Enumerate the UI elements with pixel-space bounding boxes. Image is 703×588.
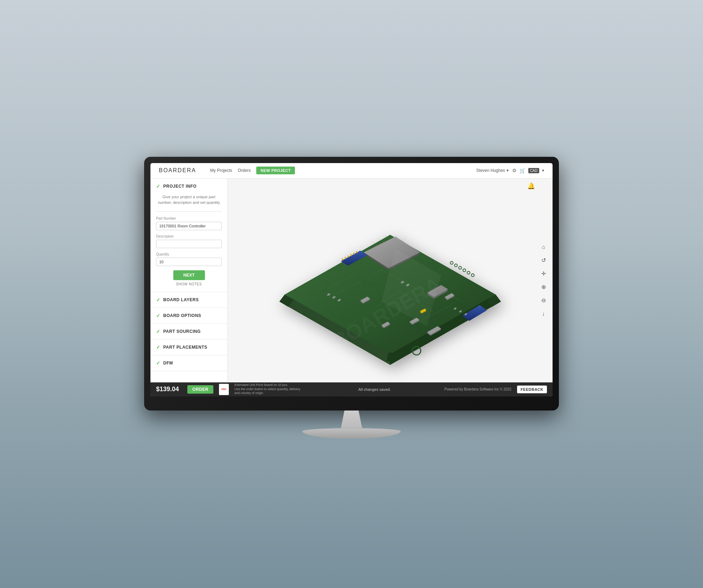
monitor-stand-neck: [334, 411, 369, 428]
brand-part2: ERA: [182, 167, 196, 173]
estimated-info: Estimated Unit Price based on 10 pcs. Us…: [234, 383, 305, 395]
nav-links: My Projects Orders NEW PROJECT: [210, 167, 468, 174]
bottom-bar: $139.04 ORDER PDF Estimated Unit Price b…: [150, 382, 553, 396]
check-icon-board-options: ✓: [156, 313, 161, 318]
currency-badge[interactable]: CAD: [528, 168, 539, 173]
svg-point-51: [467, 271, 470, 274]
show-notes-link[interactable]: SHOW NOTES: [156, 282, 222, 286]
svg-point-48: [454, 264, 457, 267]
sidebar-section-part-placements: ✓ PART PLACEMENTS: [150, 340, 227, 355]
sidebar-section-board-layers: ✓ BOARD LAYERS: [150, 292, 227, 308]
sidebar-section-dfm: ✓ DFM: [150, 355, 227, 371]
svg-point-49: [459, 266, 462, 269]
bell-icon[interactable]: 🔔: [527, 182, 535, 189]
part-number-label: Part Number: [156, 217, 222, 220]
nav-new-project-button[interactable]: NEW PROJECT: [256, 167, 295, 174]
feedback-button[interactable]: FEEDBACK: [517, 386, 547, 393]
toolbar-refresh-button[interactable]: ↺: [538, 256, 548, 265]
svg-point-52: [471, 274, 474, 277]
price-label: $139.04: [156, 386, 179, 393]
sidebar-header-project-info[interactable]: ✓ PROJECT INFO: [150, 179, 227, 194]
quantity-input[interactable]: [156, 258, 222, 266]
brand-part1: BOARD: [159, 167, 182, 173]
monitor-wrapper: BOARDERA My Projects Orders NEW PROJECT …: [144, 157, 559, 439]
viewer-toolbar: ⌂ ↺ ✛ ⊕ ⊖ ↓: [538, 242, 548, 319]
pdf-download-area[interactable]: PDF: [219, 384, 229, 395]
sidebar-header-dfm[interactable]: ✓ DFM: [150, 355, 227, 371]
section-label-part-sourcing: PART SOURCING: [163, 329, 201, 334]
navbar: BOARDERA My Projects Orders NEW PROJECT …: [150, 163, 553, 179]
section-label-part-placements: PART PLACEMENTS: [163, 345, 207, 350]
check-icon-part-sourcing: ✓: [156, 329, 161, 334]
powered-text: Powered by Boardera Software Inc © 2022: [445, 387, 511, 391]
user-name: Steven Hughes: [476, 168, 505, 173]
nav-orders[interactable]: Orders: [238, 168, 251, 173]
toolbar-zoom-out-button[interactable]: ⊖: [538, 296, 548, 305]
description-group: Description: [156, 234, 222, 248]
toolbar-download-button[interactable]: ↓: [538, 309, 548, 319]
monitor-screen: BOARDERA My Projects Orders NEW PROJECT …: [150, 163, 553, 396]
nav-my-projects[interactable]: My Projects: [210, 168, 232, 173]
pdf-icon: PDF: [219, 384, 229, 395]
monitor-stand-base: [302, 428, 401, 439]
pcb-svg: BOARDERA: [258, 193, 522, 368]
order-button[interactable]: ORDER: [187, 385, 213, 394]
svg-point-50: [463, 269, 466, 272]
currency-dropdown-icon: ▾: [542, 168, 544, 173]
estimated-text-line1: Estimated Unit Price based on 10 pcs.: [234, 383, 305, 387]
form-description: Give your project a unique part number, …: [156, 194, 222, 206]
estimated-text-line2: Use the order button to select quantity,…: [234, 387, 305, 395]
check-icon-part-placements: ✓: [156, 344, 161, 350]
svg-point-47: [450, 261, 453, 264]
section-label-project-info: PROJECT INFO: [163, 184, 197, 189]
sidebar-header-part-sourcing[interactable]: ✓ PART SOURCING: [150, 324, 227, 339]
sidebar: ✓ PROJECT INFO Give your project a uniqu…: [150, 179, 228, 382]
check-icon-board-layers: ✓: [156, 297, 161, 303]
pcb-container: BOARDERA: [228, 179, 553, 382]
settings-icon[interactable]: ⚙: [512, 168, 517, 173]
sidebar-section-part-sourcing: ✓ PART SOURCING: [150, 324, 227, 340]
navbar-right: Steven Hughes ▾ ⚙ 🛒 CAD ▾: [476, 168, 544, 173]
sidebar-header-board-layers[interactable]: ✓ BOARD LAYERS: [150, 292, 227, 308]
navbar-icons: ⚙ 🛒 CAD ▾: [512, 168, 544, 173]
sidebar-section-project-info: ✓ PROJECT INFO Give your project a uniqu…: [150, 179, 227, 292]
section-label-dfm: DFM: [163, 361, 173, 366]
next-button[interactable]: NEXT: [173, 270, 205, 280]
monitor-bezel: BOARDERA My Projects Orders NEW PROJECT …: [144, 157, 559, 411]
section-label-board-options: BOARD OPTIONS: [163, 313, 201, 318]
section-label-board-layers: BOARD LAYERS: [163, 297, 199, 302]
sidebar-header-board-options[interactable]: ✓ BOARD OPTIONS: [150, 308, 227, 323]
toolbar-zoom-in-button[interactable]: ⊕: [538, 282, 548, 292]
status-text: All changes saved.: [310, 387, 439, 392]
toolbar-home-button[interactable]: ⌂: [538, 242, 548, 252]
viewer-area: 🔔: [228, 179, 553, 382]
form-divider: [156, 211, 222, 212]
sidebar-header-part-placements[interactable]: ✓ PART PLACEMENTS: [150, 340, 227, 355]
part-number-group: Part Number: [156, 217, 222, 230]
check-icon-project-info: ✓: [156, 183, 161, 189]
project-info-form: Give your project a unique part number, …: [150, 194, 227, 292]
brand-logo: BOARDERA: [159, 167, 196, 174]
part-number-input[interactable]: [156, 222, 222, 230]
main-content: ✓ PROJECT INFO Give your project a uniqu…: [150, 179, 553, 382]
sidebar-section-board-options: ✓ BOARD OPTIONS: [150, 308, 227, 324]
description-label: Description: [156, 234, 222, 238]
quantity-label: Quantity: [156, 252, 222, 256]
viewer-top-right: 🔔: [527, 182, 535, 190]
quantity-group: Quantity: [156, 252, 222, 266]
toolbar-move-button[interactable]: ✛: [538, 269, 548, 279]
cart-icon[interactable]: 🛒: [520, 168, 525, 173]
check-icon-dfm: ✓: [156, 360, 161, 366]
user-menu[interactable]: Steven Hughes ▾: [476, 168, 509, 173]
description-input[interactable]: [156, 240, 222, 248]
pdf-icon-text: PDF: [221, 388, 226, 390]
user-dropdown-icon: ▾: [507, 168, 509, 173]
